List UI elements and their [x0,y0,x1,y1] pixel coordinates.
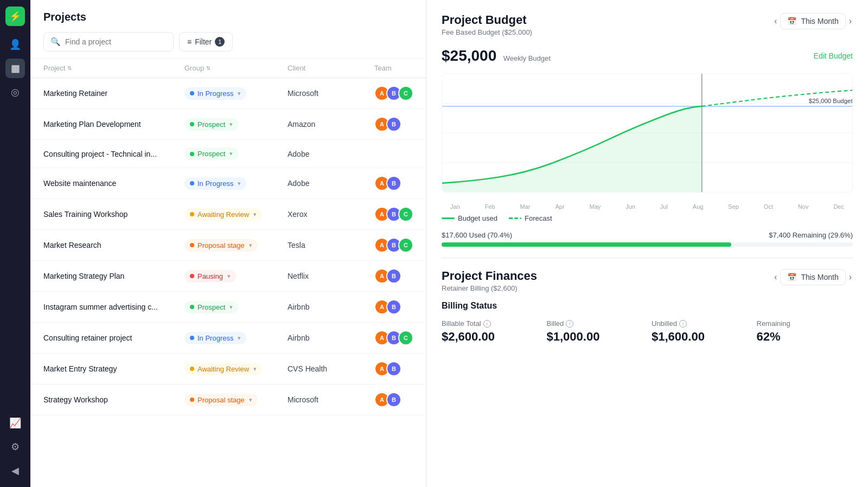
status-label: Awaiting Review [197,210,249,219]
search-box[interactable]: 🔍 [43,32,174,52]
table-row[interactable]: Consulting retainer project In Progress … [30,323,426,354]
client-name: Microsoft [288,89,374,98]
status-label: Awaiting Review [197,365,249,373]
project-name: Marketing Retainer [43,89,184,98]
finances-next-month[interactable]: › [848,271,853,283]
status-badge[interactable]: Prospect ▾ [184,301,238,313]
finances-prev-month[interactable]: ‹ [773,271,778,283]
filter-icon: ≡ [187,37,192,46]
table-header: Project ⇅ Group ⇅ Client Team [30,59,426,78]
chevron-down-icon: ▾ [229,150,233,157]
info-icon[interactable]: i [679,320,687,328]
budget-section-header: Project Budget Fee Based Budget ($25,000… [442,13,853,36]
sidebar-item-chart[interactable]: ◎ [5,82,25,102]
budget-month-selector[interactable]: 📅 This Month [780,13,845,29]
logo-icon: ⚡ [9,10,21,22]
sidebar-item-grid[interactable]: ▦ [5,59,25,78]
status-dot [190,122,194,126]
budget-remaining-text: $7,400 Remaining (29.6%) [769,231,853,239]
billing-status-title: Billing Status [442,301,853,311]
status-badge[interactable]: In Progress ▾ [184,177,246,190]
billing-value: $2,600.00 [442,330,538,344]
table-row[interactable]: Sales Training Workshop Awaiting Review … [30,199,426,230]
status-badge[interactable]: Proposal stage ▾ [184,239,258,252]
avatar: C [398,238,413,253]
team-avatars: AB [374,361,413,376]
finances-month-nav[interactable]: ‹ 📅 This Month › [773,269,853,285]
status-label: In Progress [197,89,233,98]
filter-button[interactable]: ≡ Filter 1 [179,32,233,52]
avatar: B [386,361,401,376]
right-panel: Project Budget Fee Based Budget ($25,000… [426,0,868,487]
sidebar-item-person[interactable]: 👤 [5,35,25,54]
sidebar-item-analytics[interactable]: 📈 [5,413,25,433]
client-name: CVS Health [288,364,374,373]
chevron-down-icon: ▾ [253,211,257,218]
team-avatars: AB [374,268,413,284]
legend-forecast: Forecast [508,214,552,222]
status-badge[interactable]: In Progress ▾ [184,332,246,344]
table-row[interactable]: Market Research Proposal stage ▾ Tesla A… [30,230,426,261]
avatar: B [386,176,401,191]
team-avatars: AB [374,117,413,132]
client-name: Netflix [288,272,374,280]
budget-prev-month[interactable]: ‹ [773,15,778,27]
table-row[interactable]: Marketing Strategy Plan Pausing ▾ Netfli… [30,261,426,292]
status-badge[interactable]: Pausing ▾ [184,270,236,283]
chart-svg: $25,000 Budget [442,74,852,192]
table-row[interactable]: Instagram summer advertising c... Prospe… [30,292,426,323]
sort-icon-project[interactable]: ⇅ [67,65,72,71]
budget-next-month[interactable]: › [848,15,853,27]
table-row[interactable]: Website maintenance In Progress ▾ Adobe … [30,168,426,199]
avatar: B [386,299,401,315]
finances-title: Project Finances [442,269,537,283]
table-row[interactable]: Marketing Plan Development Prospect ▾ Am… [30,109,426,140]
table-row[interactable]: Market Entry Strategy Awaiting Review ▾ … [30,354,426,385]
status-badge[interactable]: Awaiting Review ▾ [184,363,262,375]
project-name: Website maintenance [43,179,184,188]
chart-legend: Budget used Forecast [442,214,853,222]
status-dot [190,91,194,95]
sort-icon-group[interactable]: ⇅ [206,65,210,71]
app-logo[interactable]: ⚡ [5,7,25,26]
info-icon[interactable]: i [483,320,491,328]
status-label: In Progress [197,334,233,342]
project-name: Market Entry Strategy [43,364,184,373]
avatar: C [398,86,413,101]
header-team: Team [374,64,413,72]
client-name: Amazon [288,120,374,129]
status-label: In Progress [197,180,233,188]
status-badge[interactable]: Proposal stage ▾ [184,394,258,406]
chevron-down-icon: ▾ [249,242,252,249]
status-dot [190,243,194,247]
info-icon[interactable]: i [566,320,573,328]
status-label: Prospect [197,303,225,311]
edit-budget-button[interactable]: Edit Budget [814,52,853,60]
client-name: Airbnb [288,334,374,342]
project-name: Marketing Strategy Plan [43,272,184,280]
avatar: B [386,268,401,284]
table-row[interactable]: Strategy Workshop Proposal stage ▾ Micro… [30,385,426,415]
client-name: Tesla [288,241,374,249]
status-badge[interactable]: Prospect ▾ [184,118,238,131]
budget-month-label: This Month [801,17,838,25]
search-input[interactable] [65,37,167,46]
team-avatars: ABC [374,207,413,222]
budget-title: Project Budget [442,13,532,27]
table-row[interactable]: Marketing Retainer In Progress ▾ Microso… [30,78,426,109]
status-badge[interactable]: Prospect ▾ [184,148,238,160]
billing-grid: Billable Total i $2,600.00 Billed i $1,0… [442,319,853,344]
status-badge[interactable]: Awaiting Review ▾ [184,208,262,221]
sidebar-item-settings[interactable]: ⚙ [5,437,25,457]
sidebar-item-back[interactable]: ◀ [5,461,25,480]
table-row[interactable]: Consulting project - Technical in... Pro… [30,140,426,168]
client-name: Airbnb [288,303,374,311]
avatar: C [398,207,413,222]
budget-month-nav[interactable]: ‹ 📅 This Month › [773,13,853,29]
status-badge[interactable]: In Progress ▾ [184,87,246,100]
finances-month-selector[interactable]: 📅 This Month [780,269,845,285]
legend-used-line [442,217,455,219]
legend-used: Budget used [442,214,497,222]
status-label: Proposal stage [197,396,245,404]
budget-subtitle: Fee Based Budget ($25,000) [442,28,532,36]
